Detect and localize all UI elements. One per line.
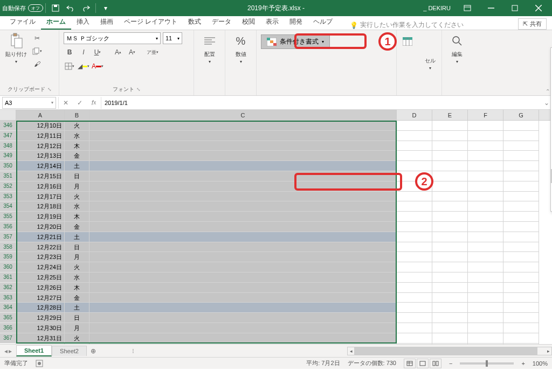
cell[interactable] [468, 303, 503, 313]
cell[interactable] [503, 242, 539, 253]
zoom-level[interactable]: 100% [533, 360, 548, 367]
cancel-formula-button[interactable]: ✕ [59, 97, 73, 109]
cell[interactable] [432, 283, 468, 293]
conditional-formatting-button[interactable]: 条件付き書式 ▾ [261, 34, 330, 49]
cell[interactable] [89, 232, 397, 242]
cell[interactable] [432, 333, 468, 344]
cell[interactable] [89, 222, 397, 232]
cell[interactable] [89, 212, 397, 222]
cell[interactable] [432, 242, 468, 253]
cell[interactable]: 水 [65, 201, 89, 212]
tab-校閲[interactable]: 校閲 [237, 15, 260, 30]
cell[interactable]: 火 [65, 262, 89, 272]
row-header[interactable]: 368 [0, 344, 16, 344]
cell[interactable]: 12月12日 [16, 141, 65, 151]
maximize-icon[interactable] [503, 1, 526, 16]
cell[interactable] [432, 344, 468, 344]
cell[interactable] [503, 272, 539, 283]
row-header[interactable]: 348 [0, 141, 16, 151]
zoom-in-button[interactable]: + [521, 360, 525, 367]
tab-数式[interactable]: 数式 [183, 15, 206, 30]
cell[interactable] [432, 201, 468, 212]
page-break-view-button[interactable] [430, 359, 441, 368]
row-header[interactable]: 361 [0, 272, 16, 283]
cell[interactable]: 月 [65, 252, 89, 262]
cell[interactable] [432, 181, 468, 192]
cell[interactable] [397, 232, 432, 242]
cell[interactable]: 土 [65, 161, 89, 171]
alignment-button[interactable]: 配置 ▾ [198, 32, 220, 64]
cell[interactable] [432, 262, 468, 272]
cell[interactable] [503, 131, 539, 141]
dialog-launcher-icon[interactable]: ⤡ [47, 87, 52, 92]
cell[interactable] [397, 222, 432, 232]
cell[interactable] [468, 121, 503, 131]
cell[interactable] [89, 131, 397, 141]
italic-button[interactable]: I [78, 46, 89, 58]
cell[interactable] [468, 141, 503, 151]
cell[interactable] [89, 333, 397, 344]
row-header[interactable]: 359 [0, 252, 16, 262]
row-header[interactable]: 366 [0, 323, 16, 333]
cell[interactable]: 12月18日 [16, 201, 65, 212]
cell[interactable] [89, 272, 397, 283]
cell[interactable]: 金 [65, 293, 89, 303]
cell[interactable] [432, 303, 468, 313]
ribbon-display-icon[interactable] [456, 1, 479, 16]
account-name[interactable]: _ DEKIRU [423, 5, 451, 11]
cell[interactable]: 12月15日 [16, 171, 65, 181]
cell[interactable] [89, 242, 397, 253]
cell[interactable] [432, 131, 468, 141]
cell[interactable] [432, 293, 468, 303]
tab-ファイル[interactable]: ファイル [4, 15, 41, 30]
sheet-tab-2[interactable]: Sheet2 [52, 346, 87, 356]
scroll-right-icon[interactable]: ▸ [545, 347, 551, 355]
cell[interactable]: 12月10日 [16, 121, 65, 131]
cell[interactable] [503, 293, 539, 303]
cell[interactable]: 月 [65, 323, 89, 333]
cell[interactable] [503, 141, 539, 151]
row-header[interactable]: 358 [0, 242, 16, 253]
close-icon[interactable] [527, 1, 550, 16]
add-sheet-button[interactable]: ⊕ [87, 345, 100, 357]
column-header-F[interactable]: F [468, 110, 503, 120]
cell[interactable] [397, 192, 432, 202]
cell[interactable]: 12月31日 [16, 333, 65, 344]
sheet-nav[interactable]: ◂▸ [0, 347, 16, 355]
tab-表示[interactable]: 表示 [260, 15, 284, 30]
row-header[interactable]: 349 [0, 151, 16, 161]
row-header[interactable]: 353 [0, 192, 16, 202]
cell[interactable] [89, 344, 397, 344]
cell[interactable] [397, 293, 432, 303]
cell[interactable]: 12月21日 [16, 232, 65, 242]
share-button[interactable]: ⇱ 共有 [518, 18, 547, 30]
row-header[interactable]: 350 [0, 161, 16, 171]
cell[interactable]: 12月20日 [16, 222, 65, 232]
cell[interactable]: 12月26日 [16, 283, 65, 293]
zoom-handle[interactable] [486, 360, 488, 367]
cell[interactable] [65, 344, 89, 344]
cell[interactable] [397, 121, 432, 131]
macro-record-icon[interactable] [36, 360, 43, 367]
horizontal-scrollbar[interactable]: ◂ ▸ [347, 347, 552, 355]
cell[interactable] [432, 313, 468, 323]
cell[interactable] [503, 121, 539, 131]
cell[interactable]: 12月17日 [16, 192, 65, 202]
cell[interactable]: 金 [65, 222, 89, 232]
tell-me-search[interactable]: 💡 実行したい作業を入力してください [350, 20, 464, 30]
row-header[interactable]: 360 [0, 262, 16, 272]
scroll-thumb[interactable] [354, 347, 537, 355]
cell[interactable]: 土 [65, 232, 89, 242]
cell[interactable] [397, 201, 432, 212]
cell[interactable] [503, 181, 539, 192]
cell[interactable] [89, 313, 397, 323]
cell[interactable] [468, 161, 503, 171]
cell[interactable] [432, 192, 468, 202]
cell[interactable] [89, 303, 397, 313]
cell[interactable] [397, 283, 432, 293]
cell[interactable]: 12月28日 [16, 303, 65, 313]
cell[interactable] [503, 151, 539, 161]
cell[interactable]: 12月29日 [16, 313, 65, 323]
tab-挿入[interactable]: 挿入 [71, 15, 95, 30]
cell[interactable] [397, 303, 432, 313]
